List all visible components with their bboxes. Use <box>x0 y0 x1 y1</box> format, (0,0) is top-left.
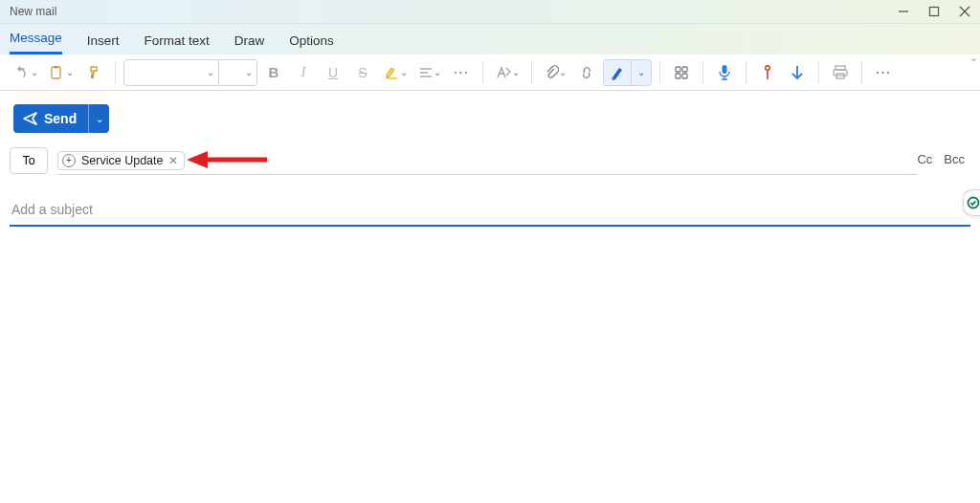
underline-button[interactable]: U <box>320 59 346 86</box>
close-button[interactable] <box>959 6 970 17</box>
send-button[interactable]: Send <box>13 104 88 133</box>
svg-rect-12 <box>682 67 687 72</box>
download-arrow-button[interactable] <box>784 59 811 86</box>
link-button[interactable] <box>573 59 600 86</box>
window-controls <box>898 6 970 17</box>
recipient-name: Service Update <box>81 154 163 167</box>
svg-rect-4 <box>52 67 60 78</box>
window-title: New mail <box>10 5 56 18</box>
editor-side-button[interactable] <box>963 189 980 216</box>
italic-button[interactable]: I <box>290 59 317 86</box>
svg-rect-13 <box>676 74 680 78</box>
styles-button[interactable]: ⌄ <box>491 59 523 86</box>
recipient-pill[interactable]: + Service Update ✕ <box>57 151 185 170</box>
send-icon <box>23 111 38 126</box>
tab-format-text[interactable]: Format text <box>145 28 210 55</box>
subject-row <box>10 196 970 227</box>
send-button-group: Send ⌄ <box>13 104 109 133</box>
font-size-select[interactable]: ⌄ <box>219 59 257 86</box>
title-bar: New mail <box>0 0 980 24</box>
signature-editor-button[interactable]: ⌄ <box>603 59 652 86</box>
paragraph-options-button[interactable]: ⌄ <box>414 59 445 86</box>
svg-rect-6 <box>91 75 94 78</box>
paste-button[interactable]: ⌄ <box>45 59 78 86</box>
bcc-button[interactable]: Bcc <box>944 152 965 166</box>
svg-rect-15 <box>723 65 727 74</box>
remove-recipient-icon[interactable]: ✕ <box>168 154 178 167</box>
svg-rect-5 <box>55 66 58 69</box>
tab-message[interactable]: Message <box>10 25 62 55</box>
svg-rect-1 <box>930 8 939 16</box>
highlight-button[interactable]: ⌄ <box>379 59 412 86</box>
font-group: ⌄ ⌄ <box>123 59 257 86</box>
ribbon-tabs: Message Insert Format text Draw Options <box>0 24 980 55</box>
dictate-button[interactable] <box>711 59 738 86</box>
collapse-ribbon-icon[interactable]: ⌄ <box>969 52 978 64</box>
tab-draw[interactable]: Draw <box>234 28 265 55</box>
attach-button[interactable]: ⌄ <box>540 59 570 86</box>
undo-button[interactable]: ⌄ <box>10 59 42 86</box>
svg-point-16 <box>766 65 770 70</box>
tab-insert[interactable]: Insert <box>87 28 120 55</box>
svg-rect-20 <box>834 70 847 76</box>
apps-button[interactable] <box>668 59 695 86</box>
ribbon-toolbar: ⌄ ⌄ ⌄ ⌄ B I U S ⌄ ⌄ ··· ⌄ ⌄ ⌄ <box>0 55 980 91</box>
to-button[interactable]: To <box>10 147 48 174</box>
to-row: To + Service Update ✕ Cc Bcc <box>10 142 970 179</box>
svg-rect-11 <box>676 67 680 72</box>
format-painter-button[interactable] <box>80 59 107 86</box>
strikethrough-button[interactable]: S <box>349 59 376 86</box>
send-label: Send <box>44 111 77 126</box>
font-family-select[interactable]: ⌄ <box>123 59 219 86</box>
expand-group-icon[interactable]: + <box>62 154 76 167</box>
cc-button[interactable]: Cc <box>917 152 932 166</box>
svg-rect-7 <box>386 77 397 79</box>
maximize-button[interactable] <box>928 6 940 17</box>
tab-options[interactable]: Options <box>289 28 334 55</box>
sensitivity-button[interactable] <box>754 59 781 86</box>
bold-button[interactable]: B <box>260 59 287 86</box>
minimize-button[interactable] <box>898 6 909 17</box>
editor-icon <box>967 196 980 209</box>
compose-area: Send ⌄ To + Service Update ✕ Cc Bcc <box>0 91 980 227</box>
send-dropdown[interactable]: ⌄ <box>88 104 109 133</box>
svg-rect-14 <box>682 74 687 78</box>
subject-input[interactable] <box>10 196 970 227</box>
to-input-line[interactable]: + Service Update ✕ <box>57 146 917 175</box>
more-formatting-button[interactable]: ··· <box>448 59 475 86</box>
print-button[interactable] <box>827 59 854 86</box>
more-options-button[interactable]: ··· <box>870 59 897 86</box>
